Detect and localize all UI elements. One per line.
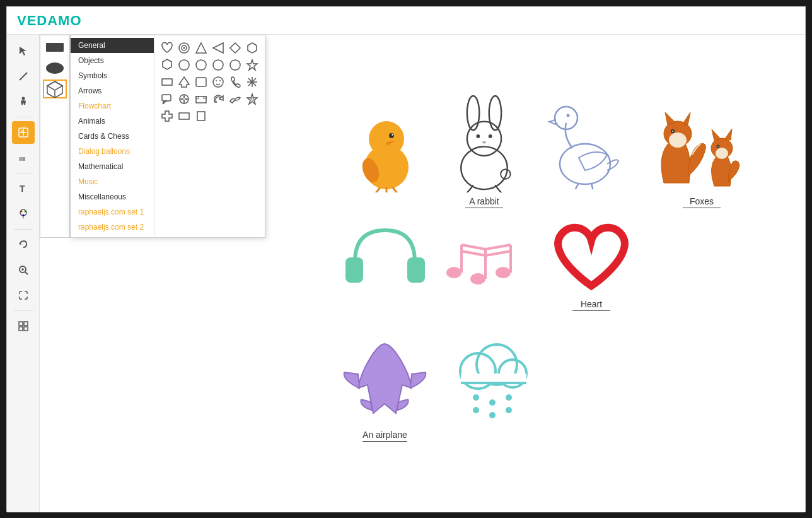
shape-phone[interactable] [228, 74, 243, 90]
fit-tool[interactable] [12, 284, 35, 307]
person-tool[interactable] [12, 90, 35, 113]
svg-line-67 [393, 187, 399, 192]
svg-point-86 [672, 131, 673, 132]
svg-line-65 [374, 187, 380, 192]
canvas-rabbit[interactable]: A rabbit [446, 95, 522, 208]
canvas-music[interactable] [440, 227, 525, 290]
toolbar: T [7, 35, 40, 512]
shape-left-triangle[interactable] [211, 40, 226, 56]
svg-point-42 [219, 80, 221, 81]
shape-triangle[interactable] [194, 40, 209, 56]
shape-rect[interactable] [160, 74, 175, 90]
zoom-tool[interactable] [12, 259, 35, 281]
grid-tool[interactable] [12, 315, 35, 338]
cube-option[interactable] [43, 79, 67, 98]
shape-circle2[interactable] [194, 57, 209, 73]
text-tool[interactable]: T [12, 177, 35, 200]
svg-point-78 [567, 114, 570, 117]
shape-snowflake[interactable] [245, 74, 260, 90]
canvas-foxes[interactable]: Foxes [645, 95, 758, 208]
shape-rect4[interactable] [194, 109, 209, 124]
color-tool[interactable] [12, 203, 35, 225]
svg-point-112 [506, 394, 512, 401]
svg-point-26 [183, 47, 185, 49]
undo-tool[interactable] [12, 233, 35, 256]
shape-film[interactable] [194, 91, 209, 107]
category-general[interactable]: General [71, 38, 154, 53]
svg-rect-37 [162, 79, 172, 85]
shape-star[interactable] [245, 57, 260, 73]
canvas-airplane[interactable]: An airplane [339, 338, 431, 442]
shape-bird[interactable] [228, 91, 243, 107]
svg-point-1 [21, 97, 25, 100]
shape-hexagon2[interactable] [160, 57, 175, 73]
shape-rect2[interactable] [194, 74, 209, 90]
shape-star2[interactable] [245, 91, 260, 107]
svg-marker-29 [230, 43, 240, 53]
svg-line-104 [485, 251, 511, 256]
svg-point-73 [489, 134, 492, 138]
canvas-duck[interactable] [544, 98, 626, 189]
shape-cross[interactable] [160, 109, 175, 124]
category-miscellaneous[interactable]: Miscellaneous [71, 189, 154, 204]
shape-arrow-loop[interactable] [211, 91, 226, 107]
shape-speech-bubble[interactable] [160, 91, 175, 107]
svg-line-102 [485, 245, 511, 249]
svg-text:T: T [20, 184, 25, 194]
shapes-tool[interactable] [12, 121, 35, 144]
shape-circle[interactable] [177, 57, 192, 73]
category-music[interactable]: Music [71, 174, 154, 189]
foxes-label: Foxes [683, 196, 721, 208]
svg-rect-5 [23, 157, 25, 161]
svg-point-110 [473, 394, 479, 401]
svg-marker-83 [683, 112, 690, 125]
shape-circle4[interactable] [228, 57, 243, 73]
canvas[interactable]: General Objects Symbols Arrows Flowchart… [40, 35, 805, 512]
rectangle-option[interactable] [43, 38, 67, 57]
category-raphaeljs1[interactable]: raphaeljs.com set 1 [71, 204, 154, 220]
ellipse-option[interactable] [43, 59, 67, 78]
category-flowchart[interactable]: Flowchart [71, 98, 154, 114]
shape-circle3[interactable] [211, 57, 226, 73]
shape-grid [154, 35, 265, 237]
shape-rect3[interactable] [177, 109, 192, 124]
svg-point-95 [446, 267, 461, 278]
svg-marker-88 [712, 129, 721, 141]
svg-point-115 [506, 407, 512, 413]
line-tool[interactable] [12, 65, 35, 88]
canvas-chick[interactable] [349, 98, 424, 192]
shape-starburst[interactable] [177, 91, 192, 107]
svg-point-41 [216, 80, 217, 81]
shape-heart[interactable] [160, 40, 175, 56]
svg-rect-93 [345, 257, 363, 283]
category-arrows[interactable]: Arrows [71, 83, 154, 98]
category-symbols[interactable]: Symbols [71, 68, 154, 83]
category-objects[interactable]: Objects [71, 53, 154, 68]
svg-line-0 [20, 73, 27, 80]
svg-rect-56 [179, 113, 189, 119]
shape-up-arrow[interactable] [177, 74, 192, 90]
svg-marker-22 [47, 81, 62, 90]
canvas-headphones[interactable] [342, 221, 427, 290]
svg-marker-48 [163, 101, 166, 104]
category-dialog-balloons[interactable]: Dialog balloons [71, 144, 154, 159]
canvas-heart[interactable]: Heart [550, 223, 632, 311]
eraser-tool[interactable] [12, 146, 35, 169]
svg-line-101 [461, 245, 485, 249]
svg-line-103 [461, 251, 485, 256]
category-cards-chess[interactable]: Cards & Chess [71, 129, 154, 144]
select-tool[interactable] [12, 40, 35, 62]
svg-point-90 [716, 148, 728, 159]
category-raphaeljs2[interactable]: raphaeljs.com set 2 [71, 220, 154, 235]
shape-bullseye[interactable] [177, 40, 192, 56]
svg-point-70 [461, 146, 508, 189]
shape-hexagon[interactable] [245, 40, 260, 56]
shape-diamond[interactable] [228, 40, 243, 56]
svg-point-111 [489, 399, 496, 406]
shape-smiley[interactable] [211, 74, 226, 90]
category-mathematical[interactable]: Mathematical [71, 159, 154, 174]
svg-rect-51 [196, 97, 206, 103]
svg-marker-31 [163, 59, 171, 69]
category-animals[interactable]: Animals [71, 114, 154, 129]
canvas-cloud[interactable] [443, 334, 541, 423]
